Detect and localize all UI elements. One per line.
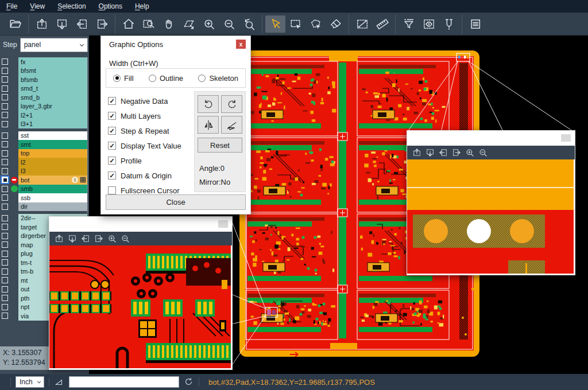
reset-button[interactable]: Reset (198, 138, 242, 153)
menu-view[interactable]: View (24, 0, 51, 13)
layer-checkbox-l2+1[interactable] (2, 112, 8, 118)
magtool-zoom-out-button[interactable] (121, 234, 130, 243)
checkbox-display-text-value[interactable]: ✓Display Text Value (108, 138, 181, 153)
layer-checkbox-target[interactable] (2, 224, 8, 230)
magtool-zoom-in-button[interactable] (465, 148, 474, 157)
layer-checkbox-npt[interactable] (2, 304, 8, 310)
magnifier-2-content[interactable] (407, 159, 575, 274)
magnifier-1-window-button[interactable] (218, 220, 228, 228)
magtool-pan-down-button[interactable] (68, 234, 77, 243)
layer-name-smd_t[interactable]: smd_t (18, 84, 87, 93)
layer-checkbox-sst[interactable] (2, 132, 8, 139)
magnifier-2-window-button[interactable] (561, 134, 571, 142)
layer-row-smb[interactable]: smb (0, 185, 89, 194)
layer-name-ssb[interactable]: ssb (18, 193, 87, 202)
toolbar-view-options-button[interactable] (419, 15, 439, 33)
units-select[interactable]: Inch (16, 376, 44, 388)
magtool-pan-left-button[interactable] (81, 234, 90, 243)
magnifier-window-2[interactable] (407, 130, 575, 275)
layer-checkbox-dirgerber[interactable] (2, 233, 8, 239)
magtool-pan-right-button[interactable] (452, 148, 461, 157)
checkbox-negative-data[interactable]: ✓Negative Data (108, 93, 181, 108)
toolbar-snap-magnet-button[interactable] (439, 15, 459, 33)
step-select[interactable]: panel (20, 38, 88, 52)
layer-row-smd_t[interactable]: smd_t (0, 84, 89, 93)
toolbar-zoom-previous-button[interactable] (239, 15, 259, 33)
magtool-pan-up-button[interactable] (55, 234, 64, 243)
rotate-cw-button[interactable] (198, 95, 219, 113)
checkbox-profile[interactable]: ✓Profile (108, 153, 181, 168)
layer-row-l2+1[interactable]: l2+1 (0, 111, 89, 120)
layer-row-dir[interactable]: dir (0, 202, 89, 212)
layer-row-sst[interactable]: sst (0, 131, 89, 141)
toolbar-measure-distance-button[interactable] (352, 15, 372, 33)
layer-name-l2+1[interactable]: l2+1 (18, 111, 87, 120)
layer-checkbox-l3[interactable] (2, 168, 8, 174)
layer-checkbox-top[interactable] (2, 150, 8, 157)
layer-row-bot[interactable]: bot1 (0, 176, 89, 185)
command-input[interactable] (69, 376, 179, 388)
layer-checkbox-dir[interactable] (2, 204, 8, 210)
layer-checkbox-ssb[interactable] (2, 194, 8, 201)
dialog-title[interactable]: Graphic Options (101, 36, 250, 52)
checkbox-datum-origin[interactable]: ✓Datum & Origin (108, 168, 181, 183)
layer-checkbox-via[interactable] (2, 313, 8, 319)
toolbar-ruler-button[interactable] (372, 15, 392, 33)
layer-checkbox-fx[interactable] (2, 58, 8, 65)
layer-row-l3[interactable]: l3 (0, 167, 89, 176)
layer-checkbox-smb[interactable] (2, 186, 8, 192)
layer-checkbox-plug[interactable] (2, 251, 8, 257)
layer-row-smt[interactable]: smt (0, 140, 89, 149)
magnifier-window-1[interactable] (49, 216, 233, 370)
layer-name-bfsmt[interactable]: bfsmt (18, 67, 87, 76)
magtool-zoom-in-button[interactable] (107, 234, 117, 243)
layer-name-l3[interactable]: l3 (18, 167, 87, 176)
layer-name-bfsmb[interactable]: bfsmb (18, 75, 87, 84)
toolbar-pan-hand-button[interactable] (158, 15, 179, 33)
layer-row-l3+1[interactable]: l3+1 (0, 120, 89, 129)
magtool-pan-left-button[interactable] (439, 148, 448, 157)
toolbar-pan-right-button[interactable] (92, 15, 112, 33)
magnifier-2-titlebar[interactable] (407, 131, 575, 146)
menu-selection[interactable]: Selection (51, 0, 92, 13)
layer-checkbox-l2[interactable] (2, 159, 8, 165)
close-button[interactable]: Close (106, 194, 246, 210)
layer-checkbox-layer_3.gbr[interactable] (2, 103, 8, 110)
layer-checkbox-tm-b[interactable] (2, 268, 8, 275)
toolbar-open-file-button[interactable] (5, 15, 25, 33)
menu-options[interactable]: Options (92, 0, 129, 13)
flip-horizontal-button[interactable] (198, 116, 219, 134)
rotate-ccw-button[interactable] (221, 95, 242, 113)
toolbar-brush-clean-button[interactable] (326, 15, 346, 33)
layer-checkbox-smd_t[interactable] (2, 85, 8, 92)
layer-checkbox-l3+1[interactable] (2, 121, 8, 127)
checkbox-multi-layers[interactable]: ✓Multi Layers (108, 108, 181, 123)
flip-angle-button[interactable] (221, 116, 242, 134)
layer-name-l3+1[interactable]: l3+1 (18, 120, 87, 129)
magtool-pan-right-button[interactable] (94, 234, 103, 243)
layer-checkbox-tm-t[interactable] (2, 259, 8, 266)
layer-checkbox-map[interactable] (2, 241, 8, 248)
toolbar-zoom-out-button[interactable] (219, 15, 239, 33)
toolbar-zoom-region-button[interactable] (138, 15, 158, 33)
layer-row-l2[interactable]: l2 (0, 158, 89, 167)
layer-name-smb[interactable]: smb (18, 185, 87, 194)
layer-checkbox-bfsmb[interactable] (2, 76, 8, 83)
magtool-zoom-out-button[interactable] (478, 148, 488, 157)
layer-row-layer_3.gbr[interactable]: layer_3.gbr (0, 102, 89, 111)
toolbar-pan-up-button[interactable] (32, 15, 52, 33)
magtool-pan-down-button[interactable] (425, 148, 435, 157)
magnifier-1-content[interactable] (49, 245, 232, 368)
layer-row-top[interactable]: top (0, 149, 89, 158)
layer-name-smt[interactable]: smt (18, 140, 87, 149)
toolbar-zoom-in-button[interactable] (199, 15, 219, 33)
layer-name-smd_b[interactable]: smd_b (18, 93, 87, 102)
toolbar-drag-view-button[interactable] (179, 15, 199, 33)
checkbox-step-repeat[interactable]: ✓Step & Repeat (108, 123, 181, 138)
layer-name-layer_3.gbr[interactable]: layer_3.gbr (18, 102, 87, 111)
radio-outline[interactable]: Outline (149, 74, 183, 83)
layer-checkbox-bot[interactable] (2, 177, 8, 183)
layer-checkbox-smt[interactable] (2, 141, 8, 147)
toolbar-pan-left-button[interactable] (72, 15, 92, 33)
layer-name-l2[interactable]: l2 (18, 158, 87, 167)
